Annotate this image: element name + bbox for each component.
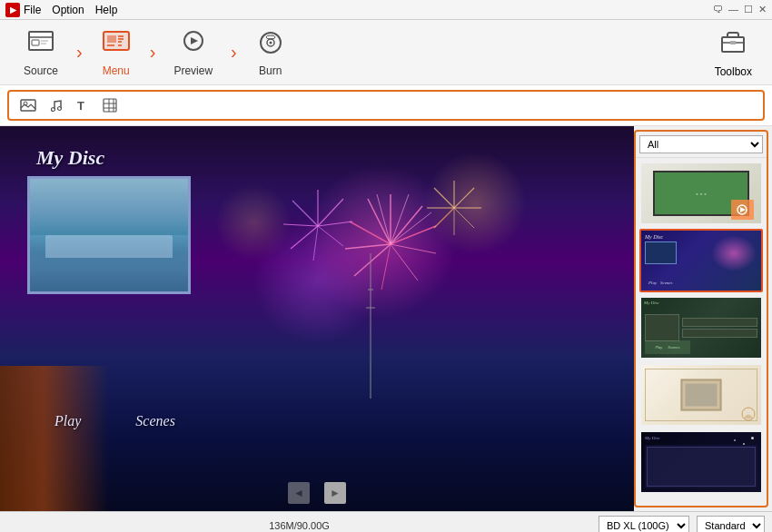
toolbar-arrow-1: › (74, 42, 84, 63)
template-item-1[interactable]: ▪ ▪ ▪ (639, 162, 763, 225)
toolbar-arrow-3: › (229, 42, 239, 63)
burn-icon (256, 28, 285, 61)
source-icon (26, 28, 55, 61)
quality-select[interactable]: Standard High Best (697, 516, 765, 533)
svg-text:T: T (77, 99, 84, 113)
title-bar-menu: File Option Help (24, 4, 117, 16)
menu-file[interactable]: File (24, 4, 41, 16)
toolbar-menu[interactable]: Menu (84, 20, 148, 84)
app-logo: ▶ (5, 3, 20, 17)
main-area: My Disc Play Scenes ◄ ► (0, 126, 772, 511)
video-thumb-content (30, 179, 188, 291)
menu-option[interactable]: Option (52, 4, 84, 16)
status-bar: 136M/90.00G BD XL (100G) BD (25G) DVD St… (0, 511, 772, 532)
toolbar-arrow-2: › (148, 42, 158, 63)
scenes-label[interactable]: Scenes (135, 413, 175, 429)
menu-icon (102, 28, 131, 61)
preview-icon (179, 28, 208, 61)
template-item-5[interactable]: My Disc (639, 430, 763, 494)
svg-point-24 (52, 108, 55, 112)
canvas-labels: Play Scenes (0, 413, 634, 429)
template-item-2[interactable]: My Disc Play Scenes (639, 229, 763, 292)
svg-rect-21 (730, 41, 736, 44)
disc-type-select[interactable]: BD XL (100G) BD (25G) DVD (599, 516, 689, 533)
nav-prev[interactable]: ◄ (288, 482, 310, 504)
status-size: 136M/90.00G (269, 520, 330, 531)
toolbox-icon (718, 26, 747, 62)
toolbox-label: Toolbox (715, 65, 752, 78)
toolbar-source[interactable]: Source (7, 20, 74, 84)
sidebar-dropdown-wrap: All Nature Holiday Abstract (636, 132, 767, 158)
sidebar-template-list: ▪ ▪ ▪ (636, 158, 767, 506)
left-terrain (0, 366, 109, 511)
toolbar-toolbox[interactable]: Toolbox (702, 20, 765, 84)
svg-marker-14 (191, 37, 198, 44)
burn-label: Burn (259, 64, 282, 77)
sub-toolbar: T (7, 90, 765, 121)
template-item-4[interactable] (639, 363, 763, 427)
nav-arrows: ◄ ► (288, 482, 346, 504)
tool-image[interactable] (16, 94, 40, 117)
template-category-dropdown[interactable]: All Nature Holiday Abstract (639, 135, 763, 153)
disc-title: My Disc (36, 146, 104, 170)
menu-label: Menu (103, 64, 130, 77)
video-thumbnail[interactable] (27, 176, 191, 294)
preview-label: Preview (173, 64, 213, 77)
btn-close[interactable]: ✕ (758, 4, 767, 15)
sub-toolbar-wrap: T (0, 85, 772, 126)
nav-next[interactable]: ► (324, 482, 346, 504)
toolbar-burn[interactable]: Burn (239, 20, 302, 84)
btn-minimize[interactable]: — (728, 4, 738, 15)
tool-text[interactable]: T (71, 94, 94, 117)
sidebar: All Nature Holiday Abstract ▪ ▪ ▪ (634, 130, 768, 507)
title-bar-left: ▶ File Option Help (5, 3, 117, 17)
svg-rect-27 (104, 99, 116, 112)
menu-help[interactable]: Help (95, 4, 118, 16)
title-bar-controls: 🗨 — ☐ ✕ (713, 4, 767, 15)
tool-table[interactable] (98, 94, 122, 117)
svg-rect-7 (107, 35, 116, 43)
template-item-3[interactable]: My Disc Play Scenes (639, 296, 763, 360)
btn-maximize[interactable]: ☐ (744, 4, 753, 15)
play-label[interactable]: Play (54, 413, 81, 429)
title-bar: ▶ File Option Help 🗨 — ☐ ✕ (0, 0, 772, 20)
svg-point-25 (58, 107, 62, 111)
source-label: Source (24, 64, 58, 77)
tool-music[interactable] (44, 94, 67, 117)
preview-canvas[interactable]: My Disc Play Scenes ◄ ► (0, 126, 634, 511)
btn-message[interactable]: 🗨 (713, 4, 723, 15)
toolbar-preview[interactable]: Preview (157, 20, 229, 84)
svg-point-17 (269, 41, 272, 44)
main-toolbar: Source › Menu › (0, 20, 772, 85)
